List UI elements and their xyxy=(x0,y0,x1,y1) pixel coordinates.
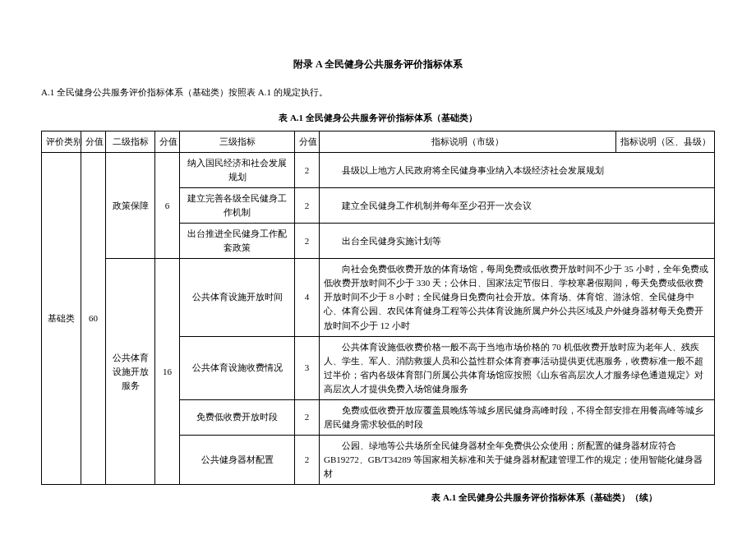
th-score3: 分值 xyxy=(295,131,320,153)
intro-text: A.1 全民健身公共服务评价指标体系（基础类）按照表 A.1 的规定执行。 xyxy=(41,86,715,99)
th-l3: 三级指标 xyxy=(180,131,295,153)
cell-desc: 公共体育设施低收费价格一般不高于当地市场价格的 70 机低收费开放时应为老年人、… xyxy=(320,336,715,399)
table-row: 公共体育设施开放服务 16 公共体育设施开放时间 4 向社会免费低收费开放的体育… xyxy=(42,259,715,336)
th-score2: 分值 xyxy=(155,131,180,153)
cell-l3: 出台推进全民健身工作配套政策 xyxy=(180,224,295,259)
appendix-title: 附录 A 全民健身公共服务评价指标体系 xyxy=(41,58,715,71)
th-score1: 分值 xyxy=(81,131,106,153)
cell-l2-a-score: 6 xyxy=(155,153,180,259)
table-caption: 表 A.1 全民健身公共服务评价指标体系（基础类） xyxy=(41,112,715,124)
cell-desc: 出台全民健身实施计划等 xyxy=(320,224,715,259)
cell-l3-score: 2 xyxy=(295,399,320,435)
cell-desc: 向社会免费低收费开放的体育场馆，每周免费或低收费开放时间不少于 35 小时，全年… xyxy=(320,259,715,336)
table-caption-continued: 表 A.1 全民健身公共服务评价指标体系（基础类）（续） xyxy=(41,491,715,504)
cell-l2-a: 政策保障 xyxy=(106,153,155,259)
cell-desc: 公园、绿地等公共场所全民健身器材全年免费供公众使用；所配置的健身器材应符合 GB… xyxy=(320,435,715,484)
cell-l3: 免费低收费开放时段 xyxy=(180,399,295,435)
cell-l3-score: 3 xyxy=(295,336,320,399)
cell-l3: 公共体育设施收费情况 xyxy=(180,336,295,399)
cell-l3-score: 2 xyxy=(295,435,320,484)
th-category: 评价类别 xyxy=(42,131,81,153)
cell-category-score: 60 xyxy=(81,153,106,485)
th-desc-county: 指标说明（区、县级） xyxy=(616,131,715,153)
cell-category: 基础类 xyxy=(42,153,81,485)
th-desc-city: 指标说明（市级） xyxy=(320,131,616,153)
cell-l3-score: 2 xyxy=(295,188,320,224)
cell-l3: 建立完善各级全民健身工作机制 xyxy=(180,188,295,224)
cell-desc: 县级以上地方人民政府将全民健身事业纳入本级经济社会发展规划 xyxy=(320,153,715,188)
cell-l3-score: 4 xyxy=(295,259,320,336)
cell-desc: 免费或低收费开放应覆盖晨晚练等城乡居民健身高峰时段，不得全部安排在用餐高峰等城乡… xyxy=(320,399,715,435)
cell-l3-score: 2 xyxy=(295,224,320,259)
table-row: 基础类 60 政策保障 6 纳入国民经济和社会发展规划 2 县级以上地方人民政府… xyxy=(42,153,715,188)
cell-l3: 公共健身器材配置 xyxy=(180,435,295,484)
cell-l3: 公共体育设施开放时间 xyxy=(180,259,295,336)
cell-l2-b: 公共体育设施开放服务 xyxy=(106,259,155,485)
cell-l3-score: 2 xyxy=(295,153,320,188)
cell-l3: 纳入国民经济和社会发展规划 xyxy=(180,153,295,188)
th-l2: 二级指标 xyxy=(106,131,155,153)
cell-desc: 建立全民健身工作机制并每年至少召开一次会议 xyxy=(320,188,715,224)
table-header-row: 评价类别 分值 二级指标 分值 三级指标 分值 指标说明（市级） 指标说明（区、… xyxy=(42,131,715,153)
evaluation-table: 评价类别 分值 二级指标 分值 三级指标 分值 指标说明（市级） 指标说明（区、… xyxy=(41,131,715,485)
cell-l2-b-score: 16 xyxy=(155,259,180,485)
